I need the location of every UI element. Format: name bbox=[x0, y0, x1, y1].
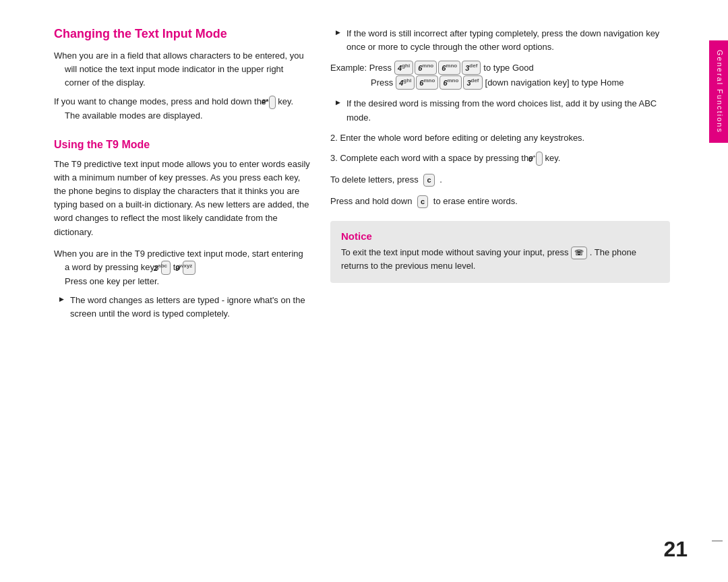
right-numbered-list: 2. Enter the whole word before editing o… bbox=[330, 131, 670, 166]
sidebar-tab: General Functions bbox=[709, 40, 728, 143]
right-column: If the word is still incorrect after typ… bbox=[330, 27, 670, 555]
section1-item2: If you want to change modes, press and h… bbox=[54, 95, 310, 122]
right-bullet2: If the desired word is missing from the … bbox=[330, 97, 670, 124]
sidebar: General Functions bbox=[704, 0, 728, 582]
key-3def: 3def bbox=[462, 61, 481, 75]
key-4ghi: 4ghi bbox=[394, 61, 413, 75]
key-6mno-4: 6mno bbox=[439, 75, 462, 90]
section2-body: The T9 predictive text input mode allows… bbox=[54, 158, 310, 239]
notice-text: To exit the text input mode without savi… bbox=[341, 246, 659, 273]
key-c-delete: c bbox=[423, 174, 434, 187]
section2-bullet: The word changes as letters are typed - … bbox=[54, 294, 310, 321]
example-row2: Press 4ghi 6mno 6mno 3def [down navigati… bbox=[330, 75, 670, 90]
example-keys1: 4ghi 6mno 6mno 3def bbox=[394, 61, 481, 75]
hash-key-btn: #* bbox=[269, 96, 276, 108]
delete-row2: Press and hold down c to erase entire wo… bbox=[330, 194, 670, 209]
key-6mno-1: 6mno bbox=[415, 61, 437, 75]
key-3def-2: 3def bbox=[463, 75, 482, 90]
section1-item1: When you are in a field that allows char… bbox=[54, 49, 310, 90]
key-2abc: 2abc bbox=[161, 261, 171, 275]
keys-2abc-group: 2abc bbox=[161, 261, 171, 275]
section1-list: When you are in a field that allows char… bbox=[54, 49, 310, 123]
page-number: 21 bbox=[663, 537, 688, 562]
key-6mno-3: 6mno bbox=[416, 75, 438, 90]
section2-item1: When you are in the T9 predictive text i… bbox=[54, 247, 310, 288]
key-4ghi-2: 4ghi bbox=[396, 75, 415, 90]
delete-row1: To delete letters, press c . bbox=[330, 172, 670, 187]
notice-box: Notice To exit the text input mode witho… bbox=[330, 221, 670, 282]
right-bullet1: If the word is still incorrect after typ… bbox=[330, 27, 670, 54]
key-end-call: ☏ bbox=[571, 247, 587, 259]
main-content: Changing the Text Input Mode When you ar… bbox=[0, 0, 704, 582]
section2-title: Using the T9 Mode bbox=[54, 139, 310, 151]
section2-list: When you are in the T9 predictive text i… bbox=[54, 247, 310, 288]
section1-title: Changing the Text Input Mode bbox=[54, 27, 310, 41]
page-container: Changing the Text Input Mode When you ar… bbox=[0, 0, 728, 582]
example-block: Example: Press 4ghi 6mno 6mno 3def to ty… bbox=[330, 61, 670, 90]
example-row1: Example: Press 4ghi 6mno 6mno 3def to ty… bbox=[330, 61, 670, 75]
notice-title: Notice bbox=[341, 230, 659, 242]
example-keys2: 4ghi 6mno 6mno 3def bbox=[396, 75, 482, 90]
right-item3: 3. Complete each word with a space by pr… bbox=[330, 152, 670, 166]
right-item2: 2. Enter the whole word before editing o… bbox=[330, 131, 670, 145]
sidebar-line bbox=[712, 540, 723, 542]
left-column: Changing the Text Input Mode When you ar… bbox=[54, 27, 310, 555]
key-9wxyz: 9wxyz bbox=[183, 261, 195, 275]
key-0plus: 0+ bbox=[536, 152, 543, 166]
key-c-erase: c bbox=[417, 195, 428, 208]
key-6mno-2: 6mno bbox=[438, 61, 460, 75]
